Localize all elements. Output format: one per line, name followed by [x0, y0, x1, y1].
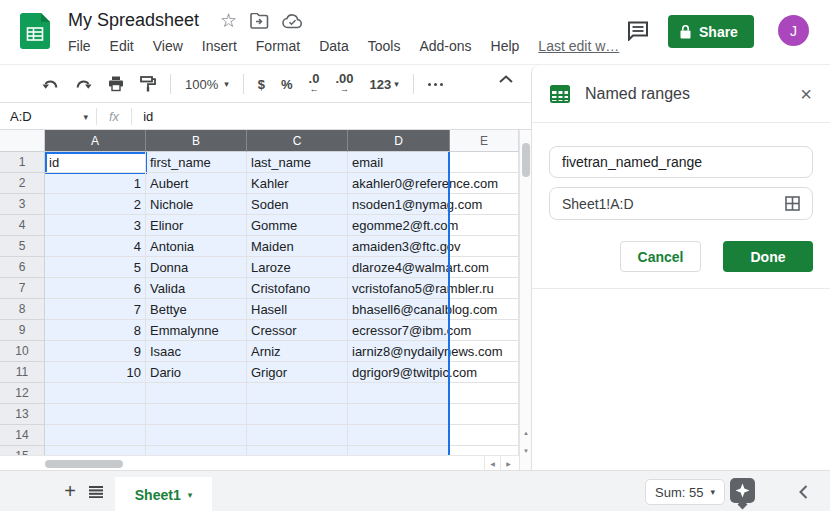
paint-format-icon[interactable]	[140, 76, 156, 92]
row-header[interactable]: 11	[0, 362, 45, 383]
cell[interactable]	[450, 299, 519, 320]
cell[interactable]: Aubert	[146, 173, 247, 194]
move-folder-icon[interactable]	[250, 13, 269, 29]
cell[interactable]: nsoden1@nymag.com	[348, 194, 450, 215]
cell[interactable]: 6	[45, 278, 146, 299]
row-header[interactable]: 13	[0, 404, 45, 425]
horizontal-scrollbar[interactable]: ◀ ▶	[0, 455, 519, 470]
menu-format[interactable]: Format	[256, 38, 300, 54]
cell[interactable]	[45, 383, 146, 404]
all-sheets-button[interactable]	[84, 480, 108, 504]
name-box[interactable]: A:D ▾	[0, 109, 96, 124]
star-icon[interactable]: ☆	[220, 12, 237, 30]
scroll-left-icon[interactable]: ◀	[484, 456, 500, 470]
cell[interactable]: Hasell	[247, 299, 348, 320]
cell[interactable]	[450, 320, 519, 341]
cell[interactable]: iarniz8@nydailynews.com	[348, 341, 450, 362]
cell[interactable]	[348, 425, 450, 446]
cell[interactable]: 1	[45, 173, 146, 194]
cell[interactable]: id	[45, 152, 146, 173]
row-header[interactable]: 15	[0, 446, 45, 455]
cell[interactable]	[450, 173, 519, 194]
cell[interactable]: Nichole	[146, 194, 247, 215]
currency-format-button[interactable]: $	[258, 77, 265, 92]
cell[interactable]	[247, 446, 348, 455]
cell[interactable]	[450, 446, 519, 455]
cell[interactable]	[450, 383, 519, 404]
column-header-c[interactable]: C	[247, 130, 348, 152]
cell[interactable]: 2	[45, 194, 146, 215]
sum-dropdown[interactable]: Sum: 55 ▾	[645, 479, 725, 505]
cell[interactable]	[450, 152, 519, 173]
collapse-toolbar-icon[interactable]	[499, 75, 513, 83]
cell[interactable]: Cressor	[247, 320, 348, 341]
cell[interactable]	[247, 404, 348, 425]
more-toolbar-button[interactable]	[428, 83, 443, 86]
cell[interactable]: Isaac	[146, 341, 247, 362]
cell[interactable]: Emmalynne	[146, 320, 247, 341]
cell[interactable]: Soden	[247, 194, 348, 215]
cell[interactable]	[450, 341, 519, 362]
column-header-b[interactable]: B	[146, 130, 247, 152]
menu-file[interactable]: File	[68, 38, 91, 54]
menu-data[interactable]: Data	[319, 38, 349, 54]
formula-input[interactable]: id	[132, 109, 153, 124]
cell[interactable]: 9	[45, 341, 146, 362]
cell[interactable]: dgrigor9@twitpic.com	[348, 362, 450, 383]
cell[interactable]: 4	[45, 236, 146, 257]
cell[interactable]: akahler0@reference.com	[348, 173, 450, 194]
cell[interactable]	[247, 383, 348, 404]
print-icon[interactable]	[108, 76, 124, 92]
cell[interactable]: Antonia	[146, 236, 247, 257]
increase-decimal-button[interactable]: .00 →	[335, 74, 353, 94]
cell[interactable]: Cristofano	[247, 278, 348, 299]
decrease-decimal-button[interactable]: .0 ←	[309, 74, 320, 94]
undo-icon[interactable]	[42, 78, 59, 91]
cell[interactable]	[450, 404, 519, 425]
cell[interactable]	[45, 446, 146, 455]
cell[interactable]: 8	[45, 320, 146, 341]
row-header[interactable]: 6	[0, 257, 45, 278]
cell[interactable]: first_name	[146, 152, 247, 173]
cell[interactable]: Arniz	[247, 341, 348, 362]
cell[interactable]	[348, 404, 450, 425]
menu-edit[interactable]: Edit	[110, 38, 134, 54]
chevron-left-icon[interactable]	[793, 482, 813, 502]
cell[interactable]: Bettye	[146, 299, 247, 320]
range-ref-input[interactable]: Sheet1!A:D	[549, 187, 813, 220]
cell[interactable]: dlaroze4@walmart.com	[348, 257, 450, 278]
cell[interactable]: Laroze	[247, 257, 348, 278]
cell[interactable]: Valida	[146, 278, 247, 299]
row-header[interactable]: 10	[0, 341, 45, 362]
row-header[interactable]: 5	[0, 236, 45, 257]
last-edit-link[interactable]: Last edit w…	[538, 38, 619, 54]
row-header[interactable]: 4	[0, 215, 45, 236]
cell[interactable]	[146, 446, 247, 455]
column-header-d[interactable]: D	[348, 130, 450, 152]
cell[interactable]: 10	[45, 362, 146, 383]
cell[interactable]	[450, 194, 519, 215]
done-button[interactable]: Done	[723, 241, 813, 272]
share-button[interactable]: Share	[668, 15, 754, 48]
page-title[interactable]: My Spreadsheet	[68, 10, 199, 31]
select-all-corner[interactable]	[0, 130, 45, 152]
menu-insert[interactable]: Insert	[202, 38, 237, 54]
zoom-control[interactable]: 100% ▾	[185, 77, 229, 92]
comment-history-button[interactable]	[622, 16, 654, 46]
cell[interactable]	[45, 404, 146, 425]
row-header[interactable]: 3	[0, 194, 45, 215]
avatar[interactable]: J	[778, 15, 809, 46]
cloud-saved-icon[interactable]	[282, 14, 303, 29]
redo-icon[interactable]	[75, 78, 92, 91]
number-format-button[interactable]: 123 ▾	[370, 77, 399, 92]
sheet-tab-sheet1[interactable]: Sheet1 ▾	[115, 477, 212, 511]
cell[interactable]: amaiden3@ftc.gov	[348, 236, 450, 257]
row-header[interactable]: 7	[0, 278, 45, 299]
cell[interactable]: Grigor	[247, 362, 348, 383]
menu-help[interactable]: Help	[491, 38, 520, 54]
row-header[interactable]: 12	[0, 383, 45, 404]
cell[interactable]: Donna	[146, 257, 247, 278]
scroll-right-icon[interactable]: ▶	[500, 456, 516, 470]
range-name-input[interactable]: fivetran_named_range	[549, 146, 813, 178]
cell[interactable]	[450, 215, 519, 236]
